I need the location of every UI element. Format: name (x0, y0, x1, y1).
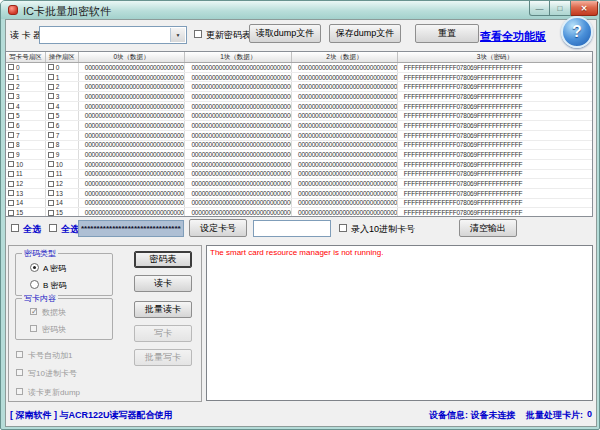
cell-block1: 00000000000000000000000000000000 (185, 208, 292, 217)
cell-block3: FFFFFFFFFFFFFF078069FFFFFFFFFFFF (398, 189, 592, 198)
write-sector-checkbox[interactable] (8, 142, 14, 148)
password-input[interactable] (78, 220, 184, 237)
cell-block0: 00000000000000000000000000000000 (79, 160, 186, 169)
sector-index: 9 (16, 150, 19, 159)
write-sector-checkbox[interactable] (8, 122, 14, 128)
operate-sector-checkbox[interactable] (48, 171, 54, 177)
select-all-write-checkbox[interactable] (11, 224, 19, 232)
sector-index: 11 (56, 170, 62, 179)
sector-index: 14 (16, 199, 23, 208)
cell-block2: 00000000000000000000000000000000 (292, 150, 398, 159)
sector-index: 13 (56, 189, 63, 198)
operate-sector-checkbox[interactable] (48, 161, 54, 167)
enter-decimal-checkbox[interactable] (339, 224, 347, 232)
update-password-table-checkbox[interactable] (194, 30, 202, 38)
sector-index: 11 (16, 170, 22, 179)
sector-index: 12 (56, 179, 63, 188)
table-row: 1515000000000000000000000000000000000000… (6, 208, 592, 217)
operate-sector-checkbox[interactable] (48, 210, 54, 216)
operate-sector-cell: 2 (46, 82, 79, 91)
write-sector-checkbox[interactable] (8, 132, 14, 138)
cell-block1: 00000000000000000000000000000000 (185, 150, 292, 159)
window-controls: — □ ✕ (529, 1, 598, 16)
card-number-input[interactable] (253, 220, 331, 237)
reader-combobox[interactable]: ▼ (39, 26, 187, 44)
write-sector-cell: 2 (6, 82, 46, 91)
clear-output-button[interactable]: 清空输出 (459, 219, 517, 237)
cell-block1: 00000000000000000000000000000000 (185, 121, 292, 130)
select-all-operate-checkbox[interactable] (49, 224, 57, 232)
titlebar[interactable]: IC卡批量加密软件 (1, 1, 599, 19)
table-row: 7700000000000000000000000000000000000000… (6, 131, 592, 141)
reset-button[interactable]: 重置 (415, 24, 479, 43)
status-batch-count-value: 0 (587, 409, 592, 419)
help-button[interactable]: ? (561, 16, 593, 48)
write-decimal-checkbox (16, 369, 23, 376)
batch-read-button[interactable]: 批量读卡 (134, 301, 192, 318)
cell-block1: 00000000000000000000000000000000 (185, 199, 292, 208)
write-sector-checkbox[interactable] (8, 161, 14, 167)
full-version-link[interactable]: 查看全功能版 (480, 29, 546, 44)
sector-index: 5 (56, 111, 59, 120)
sector-index: 1 (16, 73, 19, 82)
maximize-button[interactable]: □ (550, 1, 571, 16)
table-row: 1111000000000000000000000000000000000000… (6, 170, 592, 180)
write-sector-checkbox[interactable] (8, 93, 14, 99)
operate-sector-checkbox[interactable] (48, 103, 54, 109)
minimize-icon: — (536, 4, 544, 13)
operate-sector-checkbox[interactable] (48, 132, 54, 138)
table-row: 0000000000000000000000000000000000000000… (6, 63, 592, 73)
question-icon: ? (572, 23, 582, 41)
cell-block3: FFFFFFFFFFFFFF078069FFFFFFFFFFFF (398, 141, 592, 150)
output-log[interactable]: The smart card resource manager is not r… (206, 245, 593, 401)
write-sector-checkbox[interactable] (8, 103, 14, 109)
operate-sector-checkbox[interactable] (48, 181, 54, 187)
select-all-operate-label: 全选 (61, 223, 79, 236)
operate-sector-checkbox[interactable] (48, 113, 54, 119)
write-sector-cell: 12 (6, 179, 46, 188)
set-card-number-button[interactable]: 设定卡号 (189, 219, 247, 237)
sector-index: 5 (16, 111, 19, 120)
write-sector-checkbox[interactable] (8, 74, 14, 80)
write-sector-checkbox[interactable] (8, 152, 14, 158)
write-sector-checkbox[interactable] (8, 171, 14, 177)
write-sector-checkbox[interactable] (8, 190, 14, 196)
operate-sector-cell: 15 (46, 208, 79, 217)
password-b-radio[interactable] (30, 280, 39, 289)
table-row: 1212000000000000000000000000000000000000… (6, 179, 592, 189)
write-sector-checkbox[interactable] (8, 113, 14, 119)
password-table-button[interactable]: 密码表 (134, 251, 192, 268)
write-sector-checkbox[interactable] (8, 64, 14, 70)
password-a-radio[interactable] (30, 263, 39, 272)
read-card-button[interactable]: 读卡 (134, 275, 192, 292)
save-dump-button[interactable]: 保存dump文件 (329, 24, 401, 43)
cell-block0: 00000000000000000000000000000000 (79, 92, 186, 101)
operate-sector-checkbox[interactable] (48, 190, 54, 196)
operate-sector-checkbox[interactable] (48, 84, 54, 90)
column-header: 操作扇区 (46, 52, 79, 62)
window-title: IC卡批量加密软件 (23, 4, 111, 19)
cell-block2: 00000000000000000000000000000000 (292, 82, 398, 91)
write-sector-checkbox[interactable] (8, 210, 14, 216)
sector-index: 10 (16, 160, 23, 169)
read-dump-button[interactable]: 读取dump文件 (249, 24, 321, 43)
cell-block1: 00000000000000000000000000000000 (185, 179, 292, 188)
operate-sector-checkbox[interactable] (48, 74, 54, 80)
operate-sector-checkbox[interactable] (48, 122, 54, 128)
status-device-info: 设备信息: 设备未连接 (429, 409, 516, 422)
write-sector-checkbox[interactable] (8, 84, 14, 90)
write-sector-checkbox[interactable] (8, 181, 14, 187)
operate-sector-checkbox[interactable] (48, 152, 54, 158)
cell-block0: 00000000000000000000000000000000 (79, 63, 186, 72)
cell-block1: 00000000000000000000000000000000 (185, 111, 292, 120)
dropdown-arrow-icon[interactable]: ▼ (170, 28, 185, 42)
operate-sector-checkbox[interactable] (48, 142, 54, 148)
operate-sector-checkbox[interactable] (48, 93, 54, 99)
sector-index: 2 (16, 82, 19, 91)
operate-sector-checkbox[interactable] (48, 200, 54, 206)
operate-sector-checkbox[interactable] (48, 64, 54, 70)
cell-block2: 00000000000000000000000000000000 (292, 160, 398, 169)
close-button[interactable]: ✕ (571, 1, 598, 16)
minimize-button[interactable]: — (529, 1, 550, 16)
write-sector-checkbox[interactable] (8, 200, 14, 206)
